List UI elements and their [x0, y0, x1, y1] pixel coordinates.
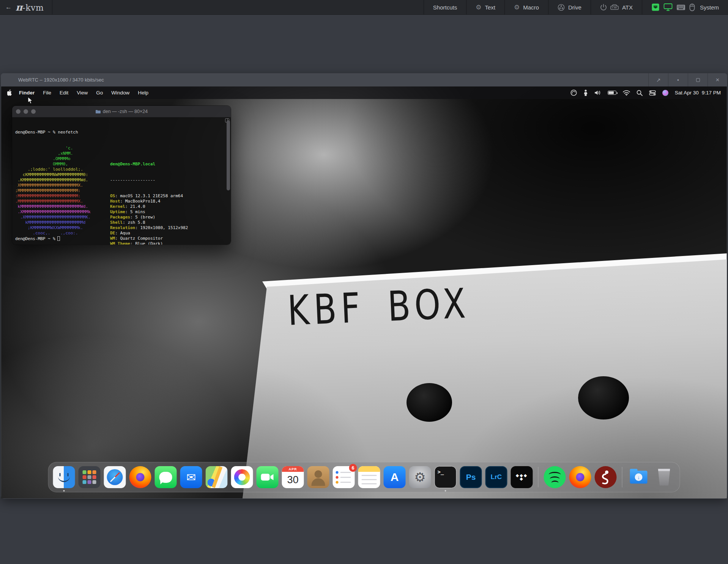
notification-badge: 6: [349, 464, 357, 472]
terminal-prompt: den@Dens-MBP ~ %: [15, 236, 60, 242]
envelope-icon: ✉: [186, 471, 196, 484]
siri-icon[interactable]: [662, 90, 668, 96]
dock-icon-system-preferences[interactable]: ⚙: [409, 466, 431, 488]
wallpaper-kbf-box-text: KBF BOX: [287, 278, 486, 335]
dock-icon-terminal[interactable]: >_: [435, 466, 457, 488]
close-icon: ×: [716, 76, 720, 84]
dock-icon-wireguard[interactable]: [595, 466, 617, 488]
dock-icon-reminders[interactable]: 6: [333, 466, 355, 488]
menubar-item-finder[interactable]: Finder: [15, 90, 39, 96]
dock-icon-tidal[interactable]: ◆◆◆◆: [511, 466, 533, 488]
topbar-spacer: [52, 0, 423, 14]
control-center-icon[interactable]: [649, 90, 656, 96]
fullscreen-button[interactable]: ↗: [648, 73, 668, 86]
stream-window-controls: ↗ • ×: [648, 73, 727, 86]
dock-icon-messages[interactable]: [155, 466, 177, 488]
system-menu[interactable]: System: [642, 0, 728, 14]
lightroom-label: LrC: [491, 473, 502, 481]
shortcuts-menu[interactable]: Shortcuts: [424, 0, 466, 14]
terminal-content[interactable]: den@Dens-MBP ~ % neofetch 'c. ,xNMM. .OM…: [12, 117, 231, 245]
creative-cloud-icon[interactable]: [570, 90, 577, 96]
macos-dock: ✉ APR 30 6: [48, 462, 680, 492]
firefox-globe-icon: [136, 473, 145, 481]
stream-titlebar[interactable]: WebRTC – 1920x1080 / 3470 kbits/sec ↗ • …: [1, 73, 727, 86]
dock-icon-contacts[interactable]: [307, 466, 329, 488]
dock-icon-safari[interactable]: [104, 466, 126, 488]
power-icon: [600, 4, 607, 11]
remote-desktop-screen[interactable]: KBF BOX Finder File Edit View Go Window …: [1, 86, 727, 498]
terminal-scrollbar[interactable]: [227, 120, 230, 190]
dock-icon-firefox[interactable]: [129, 466, 151, 488]
macro-label: Macro: [523, 4, 539, 11]
maps-road-icon: [212, 466, 222, 488]
menubar-item-edit[interactable]: Edit: [55, 90, 72, 96]
close-button[interactable]: ×: [708, 73, 727, 86]
terminal-prompt-icon: >_: [438, 469, 444, 475]
maximize-icon: [696, 78, 700, 82]
downloads-folder-icon: ↓: [630, 471, 648, 484]
apple-logo-icon: [7, 90, 13, 96]
dock-icon-maps[interactable]: [206, 466, 228, 488]
menubar-item-view[interactable]: View: [72, 90, 92, 96]
reset-size-icon: •: [677, 77, 679, 83]
drive-label: Drive: [568, 4, 581, 11]
shortcuts-label: Shortcuts: [433, 4, 457, 11]
neofetch-ascii-apple: 'c. ,xNMM. .OMMMMo OMMM0, .;loddo:' lool…: [15, 146, 100, 245]
dock-icon-app-store[interactable]: A: [384, 466, 406, 488]
dock-icon-photos[interactable]: [231, 466, 253, 488]
pikvm-topbar: ← π-kvm Shortcuts ⚙ Text ⚙ Macro Drive A…: [0, 0, 728, 15]
menubar-item-file[interactable]: File: [39, 90, 55, 96]
drive-menu[interactable]: Drive: [548, 0, 591, 14]
dock-icon-calendar[interactable]: APR 30: [282, 466, 304, 488]
mouse-cursor: [28, 97, 33, 104]
safari-compass-icon: [107, 469, 123, 485]
dragon-icon: [599, 470, 612, 485]
stream-title: WebRTC – 1920x1080 / 3470 kbits/sec: [1, 77, 104, 83]
spotlight-search-icon[interactable]: [637, 90, 643, 96]
running-indicator: [445, 490, 446, 492]
drive-icon: [558, 4, 565, 11]
wallpaper-box-hole: [407, 383, 452, 422]
speech-bubble-icon: [159, 472, 172, 483]
dock-icon-spotify[interactable]: [544, 466, 566, 488]
dock-icon-lightroom-classic[interactable]: LrC: [485, 466, 507, 488]
neofetch-host-line: den@Dens-MBP.local: [110, 162, 188, 167]
menubar-clock[interactable]: Sat Apr 30 9:17 PM: [675, 90, 721, 96]
keyboard-idle-icon: [676, 4, 685, 11]
gear-icon: ⚙: [514, 4, 520, 11]
mouse-idle-icon: [689, 3, 695, 11]
text-menu[interactable]: ⚙ Text: [466, 0, 504, 14]
neofetch-info-lines: OSmacOS 12.3.1 21E258 arm64HostMacBookPr…: [110, 193, 188, 245]
dock-icon-mail[interactable]: ✉: [180, 466, 202, 488]
dock-icon-launchpad[interactable]: [79, 466, 101, 488]
battery-icon[interactable]: [608, 91, 616, 95]
server-icon: [610, 4, 619, 10]
neofetch-separator: ------------------: [110, 178, 188, 183]
menubar-item-window[interactable]: Window: [107, 90, 134, 96]
volume-icon[interactable]: [594, 90, 601, 96]
apple-menu[interactable]: [7, 90, 13, 96]
menubar-item-help[interactable]: Help: [134, 90, 153, 96]
wifi-icon[interactable]: [623, 90, 630, 96]
running-indicator: [63, 490, 65, 492]
menubar-item-go[interactable]: Go: [92, 90, 107, 96]
atx-menu[interactable]: ATX: [591, 0, 642, 14]
menubar-menus: Finder File Edit View Go Window Help: [7, 90, 153, 96]
dock-icon-finder[interactable]: [53, 466, 75, 488]
dock-icon-photoshop[interactable]: Ps: [460, 466, 482, 488]
figure-icon[interactable]: [583, 90, 588, 96]
photos-pinwheel-icon: [234, 469, 250, 485]
terminal-window[interactable]: den — -zsh — 80×24 den@Dens-MBP ~ % neof…: [12, 105, 231, 245]
macro-menu[interactable]: ⚙ Macro: [504, 0, 548, 14]
dock-icon-trash[interactable]: [653, 466, 675, 488]
back-to-index[interactable]: ← π-kvm: [0, 0, 52, 14]
terminal-cursor: [57, 236, 60, 241]
terminal-titlebar[interactable]: den — -zsh — 80×24: [12, 106, 231, 117]
reset-size-button[interactable]: •: [668, 73, 688, 86]
dock-icon-downloads[interactable]: ↓: [628, 466, 650, 488]
maximize-button[interactable]: [688, 73, 708, 86]
gear-icon: ⚙: [414, 471, 425, 484]
dock-icon-facetime[interactable]: [257, 466, 279, 488]
dock-icon-firefox-2[interactable]: [569, 466, 591, 488]
dock-icon-notes[interactable]: [358, 466, 380, 488]
